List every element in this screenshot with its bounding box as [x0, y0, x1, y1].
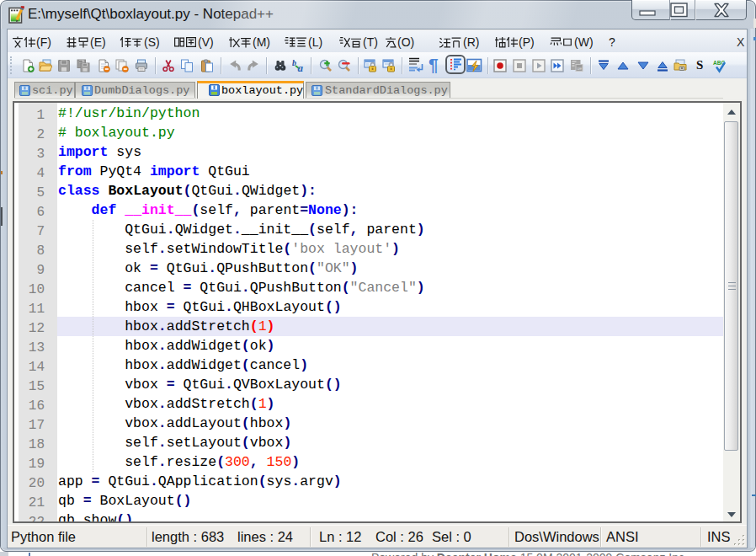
svg-text:a: a: [298, 61, 304, 72]
svg-text:ue: ue: [578, 66, 583, 71]
